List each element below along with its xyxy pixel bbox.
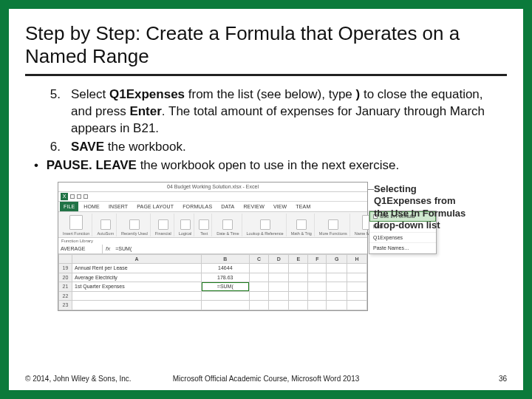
step-number: 5.: [43, 86, 71, 137]
ribbon-icon: [129, 219, 140, 230]
tab-team: Team: [292, 202, 314, 211]
step-text: SAVE the workbook.: [71, 139, 186, 156]
tab-home: HOME: [80, 202, 103, 211]
numbered-steps: 5. Select Q1Expenses from the list (see …: [43, 86, 499, 156]
formula-input: =SUM(: [113, 245, 367, 253]
excel-titlebar: 04 Budget Working Solution.xlsx - Excel: [58, 183, 367, 191]
ribbon-icon: [328, 219, 338, 230]
tab-data: DATA: [217, 202, 238, 211]
col-head: B: [202, 254, 250, 263]
tab-file: FILE: [60, 202, 78, 211]
col-head: E: [289, 254, 308, 263]
tab-pagelayout: PAGE LAYOUT: [133, 202, 177, 211]
ribbon-tabs: FILE HOME INSERT PAGE LAYOUT FORMULAS DA…: [58, 202, 367, 211]
bulleted-notes: PAUSE. LEAVE the workbook open to use in…: [30, 157, 499, 174]
tab-insert: INSERT: [105, 202, 132, 211]
figure-screenshot: 04 Budget Working Solution.xlsx - Excel …: [58, 182, 471, 310]
ribbon-group: Insert Function: [61, 214, 92, 236]
ribbon-icon: [260, 219, 270, 230]
ribbon-group: AutoSum: [95, 214, 117, 236]
ribbon-icon: [180, 219, 191, 230]
col-head: D: [269, 254, 289, 263]
name-box: AVERAGE: [58, 245, 103, 253]
col-head: F: [308, 254, 327, 263]
menu-item: Paste Names…: [369, 243, 436, 253]
ribbon-group: Financial: [153, 214, 174, 236]
ribbon-icon: [199, 219, 209, 230]
col-head: G: [327, 254, 347, 263]
ribbon-icon: [69, 215, 83, 230]
step-text: Select Q1Expenses from the list (see bel…: [71, 86, 499, 137]
table-row: 22: [59, 291, 367, 300]
step-6: 6. SAVE the workbook.: [43, 139, 499, 156]
pause-note: PAUSE. LEAVE the workbook open to use in…: [30, 157, 499, 174]
qat-icon: [83, 194, 88, 199]
slide-footer: © 2014, John Wiley & Sons, Inc. Microsof…: [25, 375, 507, 383]
ribbon-group: Text: [197, 214, 212, 236]
ribbon-icon: [222, 219, 233, 230]
figure-callout: Selecting Q1Expenses from the Use In For…: [374, 182, 470, 233]
title-rule: [25, 74, 507, 76]
ribbon-group: Date & Time: [214, 214, 242, 236]
ribbon-group: Logical: [177, 214, 194, 236]
worksheet-grid: A B C D E F G H 19 Annual Rent per Lease…: [58, 254, 367, 310]
ribbon-group: Lookup & Reference: [245, 214, 287, 236]
ribbon-icon: [100, 219, 111, 230]
table-row: 19 Annual Rent per Lease 14644: [59, 264, 367, 273]
ribbon-group: More Functions: [317, 214, 350, 236]
footer-center: Microsoft Official Academic Course, Micr…: [25, 375, 507, 383]
col-head: [59, 254, 72, 263]
ribbon-group: Recently Used: [119, 214, 151, 236]
excel-window: 04 Budget Working Solution.xlsx - Excel …: [58, 182, 368, 310]
tab-review: REVIEW: [239, 202, 267, 211]
table-row: 20 Average Electricity 178.63: [59, 273, 367, 282]
step-5: 5. Select Q1Expenses from the list (see …: [43, 86, 499, 137]
col-head: H: [347, 254, 367, 263]
qat-icon: [77, 194, 81, 199]
fx-icon: fx: [103, 245, 113, 253]
ribbon-section-label: Function Library: [58, 238, 367, 245]
tab-view: VIEW: [270, 202, 290, 211]
step-number: 6.: [43, 139, 71, 156]
excel-icon: X: [61, 193, 68, 200]
table-row: 21 1st Quarter Expenses =SUM(: [59, 282, 367, 291]
qat-icon: [70, 194, 75, 199]
ribbon-icon: [158, 219, 168, 230]
menu-item: Q1Expenses: [369, 233, 436, 243]
ribbon-group: Math & Trig: [289, 214, 315, 236]
slide-title: Step by Step: Create a Formula that Oper…: [25, 22, 507, 68]
table-row: 23: [59, 301, 367, 310]
quick-access-toolbar: X: [58, 192, 367, 202]
col-head: A: [72, 254, 202, 263]
ribbon-icon: [296, 219, 307, 230]
tab-formulas: FORMULAS: [179, 202, 216, 211]
formula-bar: AVERAGE fx =SUM(: [58, 245, 367, 253]
body-text: 5. Select Q1Expenses from the list (see …: [25, 86, 507, 310]
col-head: C: [249, 254, 269, 263]
ribbon-body: Insert Function AutoSum Recently Used Fi…: [58, 211, 367, 238]
selected-cell: =SUM(: [202, 282, 250, 291]
